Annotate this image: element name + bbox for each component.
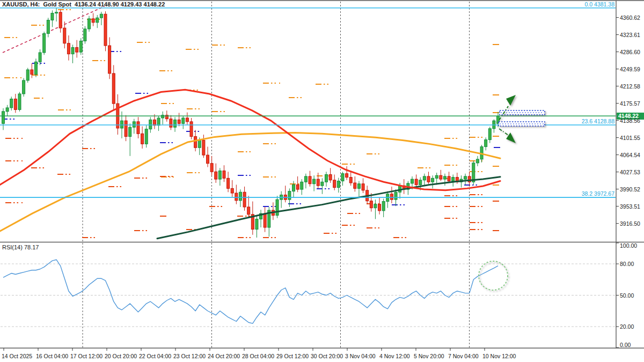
blue-dotted-zone-lower[interactable] [499,122,545,126]
candle-body [18,94,21,109]
candle-body [6,108,9,112]
candle-body [88,19,91,29]
candle-body [39,53,41,62]
candle-body [440,175,442,179]
candle-body [239,192,241,201]
time-axis-label: 17 Oct 12:00 [70,353,103,359]
rsi-highlight-circle[interactable] [479,261,508,290]
candle-body [125,121,127,136]
candle-body [112,73,115,104]
candle-body [145,129,148,144]
price-axis-label: 3953.51 [620,203,640,210]
candle-body [464,176,467,179]
candle-body [55,12,58,13]
fibonacci-level-label: 0.0 4381.38 [550,1,614,8]
candle-body [194,137,197,148]
candle-body [394,192,397,200]
candle-body [76,48,78,53]
candle-body [10,99,13,107]
candle-body [133,122,135,127]
candle-body [485,140,487,147]
price-axis-label: 4175.57 [620,100,640,107]
grid-layer [1,2,616,348]
time-axis-label: 10 Nov 12:00 [482,353,516,359]
candle-body [23,80,25,94]
time-axis-label: 22 Oct 04:00 [139,353,171,359]
rsi-axis-label: 20.00 [620,323,634,330]
candle-body [215,172,217,179]
candle-body [198,140,201,147]
candle-body [378,204,381,211]
trendline-support-green[interactable] [157,177,500,239]
candle-body [472,163,475,182]
rsi-axis-label: 0.00 [620,342,631,348]
chart-canvas[interactable] [0,0,644,362]
candle-body [354,183,356,188]
candle-body [264,213,266,227]
blue-dotted-zone-upper[interactable] [500,110,545,115]
candle-body [415,179,418,184]
price-axis-label: 4286.60 [620,49,640,55]
candle-body [329,174,332,180]
price-axis-label: 4027.53 [620,169,640,175]
candle-body [357,184,360,189]
price-axis-label: 4138.56 [620,117,640,124]
candle-body [374,204,377,208]
candle-body [370,201,372,208]
candle-body [63,28,66,43]
candle-body [390,194,393,200]
candle-body [174,120,177,127]
candle-body [346,174,348,178]
price-axis-label: 3990.52 [620,186,640,193]
price-axis-label: 4064.54 [620,152,640,158]
rsi-line [3,260,498,323]
candle-body [448,176,450,181]
candle-body [317,179,319,186]
candle-body [2,112,5,123]
candle-body [186,118,188,122]
fibonacci-level-label: 23.6 4128.88 [550,118,614,124]
time-axis-label: 3 Nov 04:00 [345,353,376,359]
candle-body [137,122,140,134]
arrow-head [506,95,516,106]
mt5-chart-window: XAUUSD, H4: Gold Spot 4136.24 4148.90 41… [0,0,644,362]
time-axis-label: 23 Oct 12:00 [173,353,206,359]
candle-body [162,115,164,118]
candle-body [255,219,258,229]
price-axis-label: 4101.55 [620,135,640,141]
time-axis-label: 24 Oct 20:00 [208,353,240,359]
candle-body [108,46,111,73]
candle-body [59,12,62,28]
candles-layer [2,8,500,238]
candle-body [141,134,144,144]
candle-body [157,118,160,125]
candle-body [321,182,324,186]
price-axis-label: 4212.58 [620,83,640,90]
time-axis-label: 14 Oct 2025 [2,353,32,359]
candle-body [43,34,46,53]
candle-body [288,191,291,200]
candle-body [84,29,86,41]
time-axis-label: 20 Oct 20:00 [105,353,137,359]
candle-body [452,178,455,181]
candle-body [210,164,213,172]
candle-body [218,171,221,180]
fibonacci-level-label: 38.2 3972.67 [550,190,614,197]
candle-body [488,129,491,140]
time-axis-label: 28 Oct 04:00 [242,353,274,359]
rsi-axis-label: 50.00 [620,292,634,299]
candle-body [51,13,54,20]
candle-body [337,181,340,188]
candle-body [476,159,479,163]
candle-body [100,14,103,18]
down-arrow-annotation[interactable] [499,129,516,143]
candle-body [178,120,180,123]
candle-body [382,202,385,211]
candle-body [96,18,99,23]
candle-body [292,184,295,191]
candle-body [411,179,414,183]
time-axis-label: 5 Nov 20:00 [414,353,444,359]
candle-body [190,122,193,137]
candle-body [227,178,230,188]
candle-body [149,120,152,129]
